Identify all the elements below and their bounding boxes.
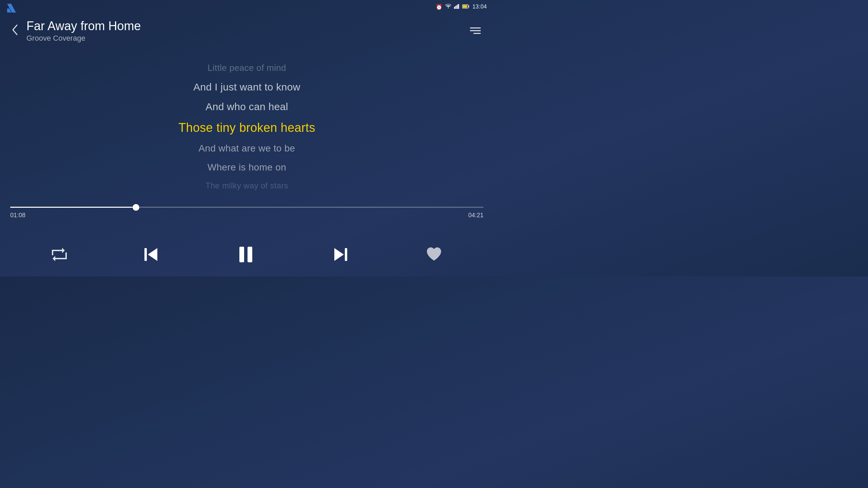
progress-thumb[interactable] xyxy=(133,204,139,211)
status-bar: ⏰ 13:04 xyxy=(0,0,494,14)
signal-icon xyxy=(454,4,459,10)
menu-button[interactable] xyxy=(467,25,484,37)
header: Far Away from Home Groove Coverage xyxy=(0,19,494,43)
svg-rect-1 xyxy=(455,6,456,9)
menu-line-2 xyxy=(470,30,481,31)
progress-fill xyxy=(10,207,136,208)
lyric-line: Where is home on xyxy=(20,158,473,177)
svg-marker-9 xyxy=(148,248,157,261)
wifi-icon xyxy=(445,4,451,10)
time-row: 01:08 04:21 xyxy=(10,212,484,219)
lyric-line: And what are we to be xyxy=(20,139,473,158)
svg-rect-12 xyxy=(248,247,252,262)
song-title: Far Away from Home xyxy=(26,19,141,33)
progress-area: 01:08 04:21 xyxy=(10,207,484,219)
next-button[interactable] xyxy=(330,244,351,265)
pause-button[interactable] xyxy=(234,243,258,266)
lyric-line: The milky way of stars xyxy=(20,177,473,195)
repeat-button[interactable] xyxy=(50,246,67,263)
svg-rect-14 xyxy=(345,248,347,261)
current-time: 01:08 xyxy=(10,212,25,219)
progress-track[interactable] xyxy=(10,207,484,208)
menu-line-1 xyxy=(470,27,481,28)
svg-rect-2 xyxy=(457,5,458,9)
menu-line-3 xyxy=(473,33,481,34)
app-logo xyxy=(6,3,17,14)
svg-rect-6 xyxy=(469,5,469,7)
battery-icon xyxy=(462,4,470,10)
alarm-icon: ⏰ xyxy=(436,4,442,10)
lyric-line: And I just want to know xyxy=(20,77,473,97)
lyrics-container: Little peace of mind And I just want to … xyxy=(0,54,494,199)
svg-rect-10 xyxy=(144,248,147,261)
svg-rect-3 xyxy=(458,4,459,9)
song-info: Far Away from Home Groove Coverage xyxy=(26,19,141,43)
status-time: 13:04 xyxy=(472,4,487,10)
song-artist: Groove Coverage xyxy=(26,34,141,43)
lyric-line: And who can heal xyxy=(20,97,473,117)
lyric-line: Little peace of mind xyxy=(20,59,473,77)
favorite-button[interactable] xyxy=(424,245,444,264)
status-icons: ⏰ 13:04 xyxy=(436,4,487,10)
svg-rect-0 xyxy=(454,7,455,9)
header-left: Far Away from Home Groove Coverage xyxy=(10,19,141,43)
controls xyxy=(0,243,494,266)
previous-button[interactable] xyxy=(140,244,161,265)
svg-rect-11 xyxy=(239,247,244,262)
back-button[interactable] xyxy=(10,24,20,38)
lyric-line-active: Those tiny broken hearts xyxy=(20,117,473,139)
total-time: 04:21 xyxy=(468,212,484,219)
svg-rect-5 xyxy=(463,5,467,7)
svg-marker-13 xyxy=(334,248,344,261)
